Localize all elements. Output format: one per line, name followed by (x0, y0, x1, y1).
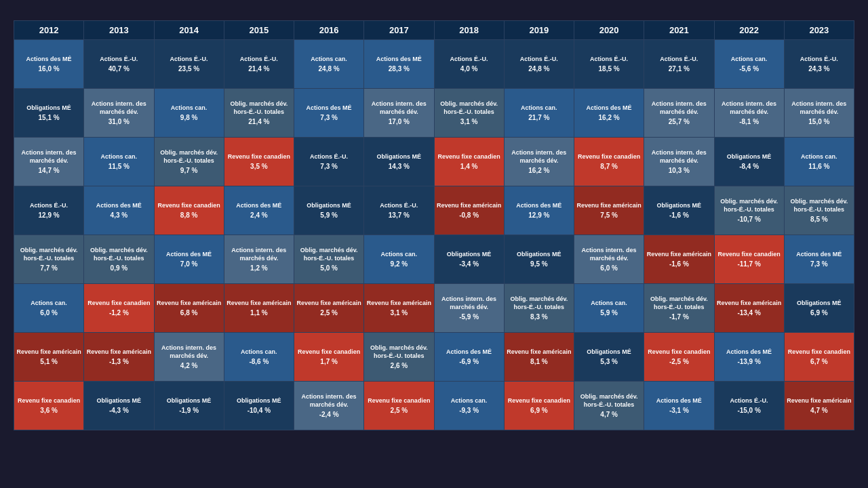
cell-value: 7,7 % (16, 264, 82, 273)
cell-value: 6,9 % (786, 308, 852, 318)
cell-label: Actions des MÉ (786, 250, 852, 258)
cell-r3-c5: Actions É.-U.13,7 % (364, 186, 434, 235)
cell-r2-c1: Actions can.11,5 % (84, 138, 154, 186)
cell-r5-c9: Oblig. marchés dév. hors-É.-U. totales-1… (644, 284, 714, 333)
cell-label: Oblig. marchés dév. hors-É.-U. totales (226, 100, 292, 116)
cell-value: -9,3 % (436, 406, 502, 415)
cell-label: Oblig. marchés dév. hors-É.-U. totales (85, 246, 152, 262)
cell-label: Actions can. (576, 299, 642, 307)
cell-r5-c5: Revenu fixe américain3,1 % (364, 284, 434, 333)
cell-r6-c4: Revenu fixe canadien1,7 % (294, 333, 364, 382)
cell-r6-c2: Actions intern. des marchés dév.4,2 % (154, 333, 224, 382)
cell-value: 5,3 % (576, 357, 642, 367)
cell-label: Revenu fixe américain (16, 348, 82, 356)
main-table-wrap: 2012201320142015201620172018201920202021… (14, 20, 854, 430)
cell-value: 24,8 % (296, 64, 362, 74)
cell-label: Oblig. marchés dév. hors-É.-U. totales (786, 197, 852, 214)
cell-r0-c6: Actions É.-U.4,0 % (434, 40, 504, 89)
cell-r1-c7: Actions can.21,7 % (504, 89, 574, 138)
cell-value: -8,4 % (716, 162, 783, 171)
table-row: Oblig. marchés dév. hors-É.-U. totales7,… (14, 235, 854, 284)
cell-label: Obligations MÉ (366, 152, 432, 161)
cell-label: Actions É.-U. (786, 55, 852, 63)
cell-value: -1,7 % (646, 312, 712, 322)
cell-r0-c0: Actions des MÉ16,0 % (14, 40, 84, 89)
cell-label: Actions É.-U. (85, 55, 152, 63)
cell-r7-c10: Actions É.-U.-15,0 % (714, 382, 784, 430)
cell-label: Obligations MÉ (506, 250, 572, 258)
cell-r3-c4: Obligations MÉ5,9 % (294, 186, 364, 235)
cell-r2-c2: Oblig. marchés dév. hors-É.-U. totales9,… (154, 138, 224, 186)
table-row: Revenu fixe canadien3,6 %Obligations MÉ-… (14, 382, 854, 430)
cell-value: 7,3 % (296, 113, 362, 123)
cell-label: Revenu fixe américain (716, 299, 783, 307)
cell-label: Actions can. (156, 104, 222, 112)
cell-r0-c4: Actions can.24,8 % (294, 40, 364, 89)
cell-label: Obligations MÉ (85, 396, 152, 405)
cell-r7-c4: Actions intern. des marchés dév.-2,4 % (294, 382, 364, 430)
cell-value: 10,3 % (646, 166, 712, 176)
cell-value: 8,7 % (576, 162, 642, 171)
year-header-2015: 2015 (224, 21, 294, 40)
cell-label: Revenu fixe canadien (786, 348, 852, 356)
cell-label: Actions des MÉ (716, 348, 783, 356)
cell-value: -4,3 % (85, 406, 152, 415)
cell-r3-c2: Revenu fixe canadien8,8 % (154, 186, 224, 235)
cell-label: Revenu fixe américain (85, 348, 152, 356)
cell-r0-c10: Actions can.-5,6 % (714, 40, 784, 89)
cell-r4-c6: Obligations MÉ-3,4 % (434, 235, 504, 284)
cell-r5-c2: Revenu fixe américain6,8 % (154, 284, 224, 333)
table-row: Obligations MÉ15,1 %Actions intern. des … (14, 89, 854, 138)
cell-value: -8,6 % (226, 357, 292, 367)
cell-value: 4,7 % (786, 406, 852, 415)
cell-value: 3,6 % (16, 406, 82, 415)
cell-value: -3,4 % (436, 260, 502, 269)
cell-value: 15,1 % (16, 113, 82, 123)
cell-label: Revenu fixe canadien (436, 152, 502, 161)
cell-value: -6,9 % (436, 357, 502, 367)
cell-value: 2,5 % (366, 406, 432, 415)
cell-label: Actions intern. des marchés dév. (226, 246, 292, 262)
cell-value: 6,9 % (506, 406, 572, 415)
cell-label: Obligations MÉ (156, 396, 222, 405)
cell-value: 16,2 % (576, 113, 642, 123)
cell-value: 7,3 % (786, 260, 852, 269)
cell-value: 6,0 % (16, 308, 82, 318)
cell-label: Actions É.-U. (576, 55, 642, 63)
cell-value: -5,6 % (716, 64, 783, 74)
cell-value: 4,3 % (85, 211, 152, 220)
cell-r1-c2: Actions can.9,8 % (154, 89, 224, 138)
cell-label: Revenu fixe canadien (156, 201, 222, 209)
cell-value: 4,0 % (436, 64, 502, 74)
cell-label: Actions des MÉ (646, 396, 712, 405)
cell-label: Actions can. (716, 55, 783, 63)
cell-r2-c3: Revenu fixe canadien3,5 % (224, 138, 294, 186)
cell-value: 8,1 % (506, 357, 572, 367)
cell-r0-c3: Actions É.-U.21,4 % (224, 40, 294, 89)
cell-label: Actions des MÉ (156, 250, 222, 258)
year-header-2020: 2020 (574, 21, 644, 40)
cell-label: Oblig. marchés dév. hors-É.-U. totales (436, 100, 502, 116)
cell-label: Actions des MÉ (85, 201, 152, 209)
cell-r2-c9: Actions intern. des marchés dév.10,3 % (644, 138, 714, 186)
cell-label: Oblig. marchés dév. hors-É.-U. totales (506, 295, 572, 311)
cell-r1-c10: Actions intern. des marchés dév.-8,1 % (714, 89, 784, 138)
cell-value: 21,4 % (226, 64, 292, 74)
cell-value: 11,6 % (786, 162, 852, 171)
cell-value: 5,9 % (296, 211, 362, 220)
cell-label: Revenu fixe canadien (85, 299, 152, 307)
cell-r6-c5: Oblig. marchés dév. hors-É.-U. totales2,… (364, 333, 434, 382)
year-header-2017: 2017 (364, 21, 434, 40)
cell-value: 40,7 % (85, 64, 152, 74)
cell-label: Revenu fixe canadien (506, 396, 572, 405)
cell-r3-c11: Oblig. marchés dév. hors-É.-U. totales8,… (784, 186, 854, 235)
cell-value: 31,0 % (85, 117, 152, 127)
cell-value: 3,1 % (436, 117, 502, 127)
year-header-2013: 2013 (84, 21, 154, 40)
cell-value: 12,9 % (506, 211, 572, 220)
cell-label: Revenu fixe canadien (296, 348, 362, 356)
cell-label: Actions intern. des marchés dév. (366, 100, 432, 116)
cell-r0-c7: Actions É.-U.24,8 % (504, 40, 574, 89)
cell-label: Actions des MÉ (16, 55, 82, 63)
cell-value: 25,7 % (646, 117, 712, 127)
